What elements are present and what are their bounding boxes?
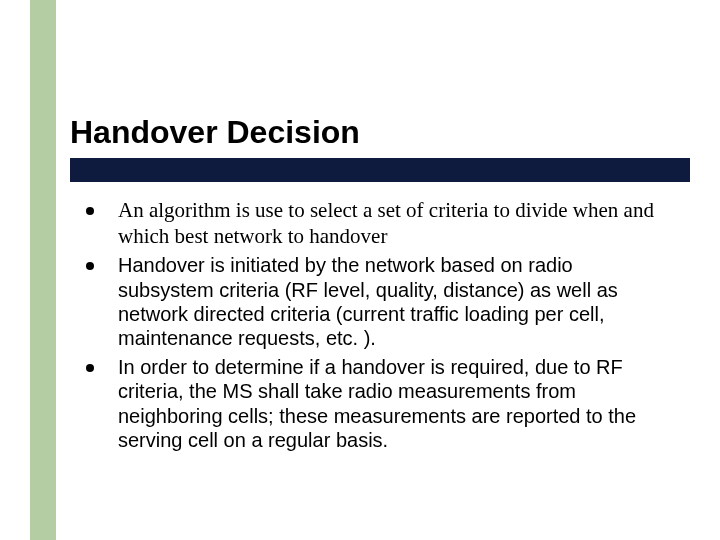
title-area: Handover Decision	[70, 115, 680, 150]
bullet-text: In order to determine if a handover is r…	[118, 356, 636, 451]
page-title: Handover Decision	[70, 115, 680, 150]
list-item: In order to determine if a handover is r…	[82, 355, 662, 453]
bullet-icon	[86, 364, 94, 372]
content-area: An algorithm is use to select a set of c…	[82, 198, 662, 456]
bullet-icon	[86, 207, 94, 215]
side-accent-bar	[30, 0, 56, 540]
bullet-icon	[86, 262, 94, 270]
list-item: An algorithm is use to select a set of c…	[82, 198, 662, 249]
bullet-text: Handover is initiated by the network bas…	[118, 254, 618, 349]
bullet-text: An algorithm is use to select a set of c…	[118, 198, 654, 248]
slide: Handover Decision An algorithm is use to…	[0, 0, 720, 540]
bullet-list: An algorithm is use to select a set of c…	[82, 198, 662, 452]
list-item: Handover is initiated by the network bas…	[82, 253, 662, 351]
title-underline-bar	[70, 158, 690, 182]
